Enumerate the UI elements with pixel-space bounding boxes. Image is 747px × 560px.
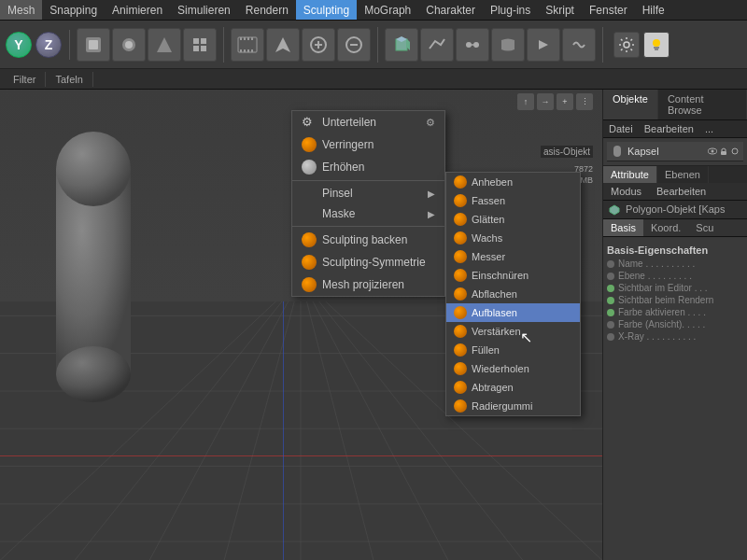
- submenu-fassen[interactable]: Fassen: [446, 191, 580, 210]
- xray-dot: [607, 333, 614, 341]
- menu-snapping[interactable]: Snapping: [42, 0, 105, 20]
- submenu-aufblasen[interactable]: Aufblasen: [446, 303, 580, 322]
- menu-hilfe[interactable]: Hilfe: [635, 0, 672, 20]
- attr-menu-modus[interactable]: Modus: [603, 183, 649, 200]
- rp-more[interactable]: ...: [699, 120, 719, 137]
- menu-simulieren[interactable]: Simulieren: [170, 0, 238, 20]
- right-panel: Objekte Content Browse Datei Bearbeiten …: [602, 90, 747, 560]
- attr-row-ebene: Ebene . . . . . . . . .: [607, 271, 743, 281]
- z-axis-button[interactable]: Z: [35, 32, 62, 58]
- submenu-abtragen[interactable]: Abtragen: [446, 378, 580, 397]
- attr-content: Basis-Eigenschaften Name . . . . . . . .…: [603, 237, 747, 347]
- menu-pinsel[interactable]: Pinsel ▶: [292, 183, 444, 203]
- submenu-glatten[interactable]: Glätten: [446, 210, 580, 229]
- glatten-icon: [454, 213, 467, 226]
- toolbar-btn-12[interactable]: [562, 28, 596, 62]
- attr-row-sichtbar-editor: Sichtbar im Editor . . .: [607, 283, 743, 293]
- verstarken-icon: [454, 325, 467, 338]
- menu-verringern[interactable]: Verringern: [292, 133, 444, 156]
- submenu-messer[interactable]: Messer: [446, 247, 580, 266]
- menu-mesh[interactable]: Mesh: [0, 0, 42, 20]
- attr-tab-attribute[interactable]: Attribute: [603, 166, 657, 183]
- y-axis-button[interactable]: Y: [6, 32, 32, 58]
- menu-charakter[interactable]: Charakter: [418, 0, 483, 20]
- vp-dots[interactable]: ⋮: [576, 93, 593, 110]
- attr-tab-ebenen[interactable]: Ebenen: [657, 166, 709, 183]
- menu-mesh-projizieren[interactable]: Mesh projizieren: [292, 273, 444, 296]
- svg-point-23: [466, 42, 472, 48]
- toolbar-btn-11[interactable]: [527, 28, 560, 62]
- menu-sculpting-symmetrie[interactable]: Sculpting-Symmetrie: [292, 251, 444, 273]
- submenu-fullen[interactable]: Füllen: [446, 341, 580, 359]
- vp-nav-right[interactable]: →: [537, 93, 554, 110]
- rp-bearbeiten[interactable]: Bearbeiten: [639, 120, 699, 137]
- viewport-3d[interactable]: ↑ → + ⋮ asis-Objekt 7872 .108 MB ⚙ Unter…: [0, 90, 602, 560]
- menu-sculpting-backen[interactable]: Sculpting backen: [292, 229, 444, 251]
- capsule-icon: [611, 145, 624, 158]
- menu-unterteilen[interactable]: ⚙ Unterteilen ⚙: [292, 111, 444, 133]
- gear-btn[interactable]: ⚙: [426, 117, 435, 129]
- menu-erhohen[interactable]: Erhöhen: [292, 156, 444, 178]
- tab-filter[interactable]: Filter: [4, 72, 46, 87]
- submenu-anheben[interactable]: Anheben: [446, 173, 580, 191]
- toolbar-cube-btn[interactable]: [385, 28, 418, 62]
- submenu-radiergummi[interactable]: Radiergummi: [446, 397, 580, 415]
- radiergummi-icon: [454, 399, 467, 413]
- vp-nav-zoom[interactable]: +: [557, 93, 573, 110]
- lightbulb-btn[interactable]: [643, 32, 669, 58]
- attr-subtab-scu[interactable]: Scu: [688, 219, 721, 236]
- sichtbar-rendern-dot: [607, 297, 614, 304]
- menu-skript[interactable]: Skript: [538, 0, 582, 20]
- toolbar-btn-6[interactable]: [302, 28, 335, 62]
- attr-menu-bearbeiten[interactable]: Bearbeiten: [649, 183, 713, 200]
- submenu-einschnuren[interactable]: Einschnüren: [446, 266, 580, 285]
- backen-icon: [302, 232, 317, 247]
- toolbar-btn-2[interactable]: [112, 28, 146, 62]
- svg-point-56: [732, 148, 738, 154]
- menu-fenster[interactable]: Fenster: [582, 0, 635, 20]
- polygon-icon: [609, 204, 620, 216]
- gear-settings-btn[interactable]: [613, 32, 640, 58]
- attribute-panel: Attribute Ebenen Modus Bearbeiten Polygo…: [603, 165, 747, 560]
- toolbar-btn-8[interactable]: [420, 28, 454, 62]
- toolbar-btn-9[interactable]: [456, 28, 489, 62]
- rp-datei[interactable]: Datei: [603, 120, 639, 137]
- toolbar-btn-5[interactable]: [266, 28, 300, 62]
- menu-sculpting[interactable]: Sculpting: [296, 0, 357, 20]
- attr-farbe-aktivieren-label: Farbe aktivieren . . . .: [618, 307, 743, 317]
- attr-subtab-basis[interactable]: Basis: [603, 219, 643, 236]
- fullen-icon: [454, 343, 467, 357]
- menu-rendern[interactable]: Rendern: [238, 0, 296, 20]
- toolbar-film-btn[interactable]: [231, 28, 264, 62]
- submenu-abflachen[interactable]: Abflachen: [446, 285, 580, 303]
- attr-menu-row: Modus Bearbeiten: [603, 183, 747, 201]
- toolbar-btn-1[interactable]: [77, 28, 110, 62]
- svg-rect-7: [193, 46, 199, 51]
- ebene-dot: [607, 273, 614, 280]
- svg-marker-57: [610, 205, 619, 215]
- submenu-wachs[interactable]: Wachs: [446, 229, 580, 247]
- svg-rect-8: [201, 46, 206, 51]
- farbe-ansicht-dot: [607, 321, 614, 329]
- tab-content-browse[interactable]: Content Browse: [658, 90, 747, 119]
- toolbar-btn-10[interactable]: [491, 28, 525, 62]
- submenu-verstarken[interactable]: Verstärken: [446, 322, 580, 341]
- toolbar-btn-7[interactable]: [337, 28, 371, 62]
- toolbar-btn-3[interactable]: [148, 28, 181, 62]
- menu-sep-1: [292, 180, 444, 181]
- menu-animieren[interactable]: Animieren: [105, 0, 170, 20]
- vp-nav-up[interactable]: ↑: [517, 93, 534, 110]
- toolbar-btn-4[interactable]: [183, 28, 217, 62]
- einschnuren-icon: [454, 269, 467, 282]
- submenu-wiederholen[interactable]: Wiederholen: [446, 359, 580, 378]
- menu-maske[interactable]: Maske ▶: [292, 203, 444, 224]
- aufblasen-icon: [454, 306, 467, 319]
- capsule-row[interactable]: Kapsel: [607, 142, 743, 161]
- attr-subtab-koord[interactable]: Koord.: [643, 219, 688, 236]
- eye-icon: [708, 147, 717, 156]
- tab-objekte[interactable]: Objekte: [603, 90, 658, 119]
- menu-mograph[interactable]: MoGraph: [357, 0, 418, 20]
- tab-tafeln[interactable]: Tafeln: [46, 72, 92, 87]
- svg-rect-10: [240, 37, 242, 40]
- menu-plugins[interactable]: Plug-ins: [483, 0, 538, 20]
